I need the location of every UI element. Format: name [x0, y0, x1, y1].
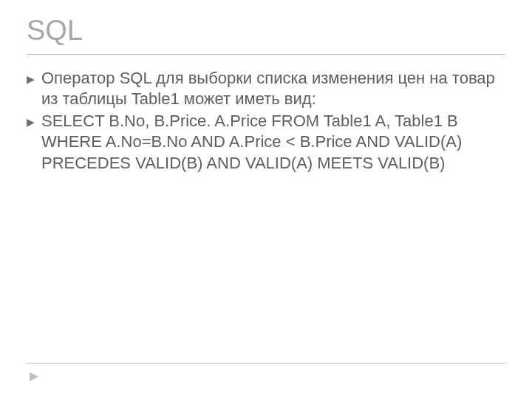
list-item: ▶ SELECT B.No, B.Price. A.Price FROM Tab…: [27, 111, 505, 173]
list-item: ▶ Оператор SQL для выборки списка измене…: [27, 68, 505, 109]
bullet-icon: ▶: [27, 111, 41, 173]
list-item-text: Оператор SQL для выборки списка изменени…: [41, 68, 505, 109]
footer-bullet-icon: ▶: [30, 369, 38, 383]
body-content: ▶ Оператор SQL для выборки списка измене…: [27, 68, 505, 174]
list-item-text: SELECT B.No, B.Price. A.Price FROM Table…: [41, 111, 505, 173]
slide: SQL ▶ Оператор SQL для выборки списка из…: [0, 0, 532, 399]
bullet-icon: ▶: [27, 68, 41, 109]
footer-divider: [27, 363, 505, 364]
slide-title: SQL: [27, 15, 505, 55]
